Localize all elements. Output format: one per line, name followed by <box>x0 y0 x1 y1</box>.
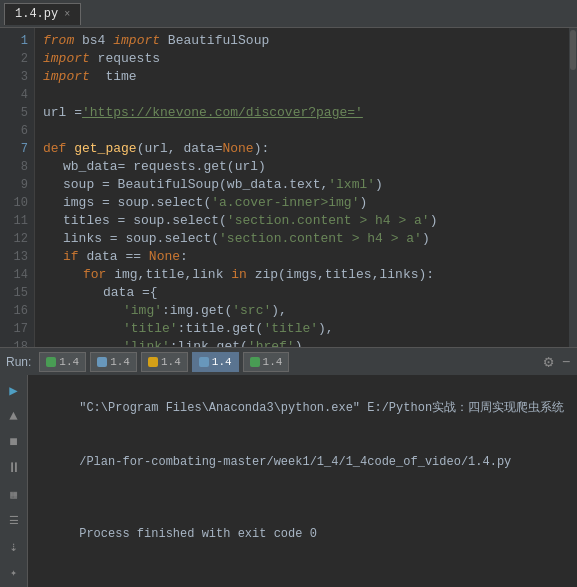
run-tab-label-4: 1.4 <box>212 356 232 368</box>
run-tab-label-3: 1.4 <box>161 356 181 368</box>
terminal-line-4: Process finished with exit code 0 <box>36 507 569 561</box>
code-line-6 <box>43 122 561 140</box>
gutter-line-13: 13 <box>0 248 28 266</box>
code-line-7: def get_page(url, data=None): <box>43 140 561 158</box>
terminal-line-2: /Plan-for-combating-master/week1/1_4/1_4… <box>36 435 569 489</box>
run-tab-icon-2 <box>97 357 107 367</box>
pause-button[interactable]: ⏸ <box>3 457 25 479</box>
gutter-line-7: 7 <box>0 140 28 158</box>
gutter-line-1: 1 <box>0 32 28 50</box>
run-tab-label-1: 1.4 <box>59 356 79 368</box>
scrollbar-thumb <box>570 30 576 70</box>
download-button[interactable]: ⇣ <box>3 535 25 557</box>
code-line-3: import time <box>43 68 561 86</box>
star-button[interactable]: ✦ <box>3 561 25 583</box>
minimize-icon[interactable]: – <box>561 353 571 371</box>
terminal-text-4: Process finished with exit code 0 <box>79 527 317 541</box>
code-line-13: if data == None: <box>43 248 561 266</box>
terminal-line-3 <box>36 489 569 507</box>
tab-label: 1.4.py <box>15 7 58 21</box>
gutter-line-9: 9 <box>0 176 28 194</box>
code-line-17: 'title':title.get('title'), <box>43 320 561 338</box>
gutter-line-4: 4 <box>0 86 28 104</box>
code-line-14: for img,title,link in zip(imgs,titles,li… <box>43 266 561 284</box>
up-button[interactable]: ▲ <box>3 405 25 427</box>
run-label: Run: <box>6 355 31 369</box>
code-line-12: links = soup.select('section.content > h… <box>43 230 561 248</box>
file-tab[interactable]: 1.4.py × <box>4 3 81 25</box>
run-tab-label-2: 1.4 <box>110 356 130 368</box>
gutter-line-5: 5 <box>0 104 28 122</box>
left-toolbar: ▶ ▲ ■ ⏸ ▦ ☰ ⇣ ✦ <box>0 375 28 587</box>
gutter-line-14: 14 <box>0 266 28 284</box>
terminal-area: ▶ ▲ ■ ⏸ ▦ ☰ ⇣ ✦ "C:\Program Files\Anacon… <box>0 375 577 587</box>
gutter-line-6: 6 <box>0 122 28 140</box>
run-button[interactable]: ▶ <box>3 379 25 401</box>
gutter-line-16: 16 <box>0 302 28 320</box>
line-numbers: 1 2 3 4 5 6 7 8 9 10 11 12 13 14 15 16 1… <box>0 28 35 347</box>
tab-bar: 1.4.py × <box>0 0 577 28</box>
editor-area: 1 2 3 4 5 6 7 8 9 10 11 12 13 14 15 16 1… <box>0 28 569 347</box>
run-tab-5[interactable]: 1.4 <box>243 352 290 372</box>
run-tab-1[interactable]: 1.4 <box>39 352 86 372</box>
coverage-button[interactable]: ▦ <box>3 483 25 505</box>
gutter-line-3: 3 <box>0 68 28 86</box>
gutter-line-15: 15 <box>0 284 28 302</box>
run-tab-icon-3 <box>148 357 158 367</box>
gutter-line-11: 11 <box>0 212 28 230</box>
gutter-line-8: 8 <box>0 158 28 176</box>
code-line-1: from bs4 import BeautifulSoup <box>43 32 561 50</box>
stop-button[interactable]: ■ <box>3 431 25 453</box>
run-tab-label-5: 1.4 <box>263 356 283 368</box>
terminal-line-1: "C:\Program Files\Anaconda3\python.exe" … <box>36 381 569 435</box>
code-line-8: wb_data= requests.get(url) <box>43 158 561 176</box>
code-line-2: import requests <box>43 50 561 68</box>
terminal-text-2: /Plan-for-combating-master/week1/1_4/1_4… <box>79 455 511 469</box>
code-line-15: data ={ <box>43 284 561 302</box>
run-tab-icon-5 <box>250 357 260 367</box>
code-line-11: titles = soup.select('section.content > … <box>43 212 561 230</box>
settings-icon[interactable]: ⚙ <box>544 352 554 372</box>
terminal-output: "C:\Program Files\Anaconda3\python.exe" … <box>28 375 577 587</box>
code-editor[interactable]: from bs4 import BeautifulSoup import req… <box>35 28 569 347</box>
run-tab-3[interactable]: 1.4 <box>141 352 188 372</box>
editor-wrapper: 1 2 3 4 5 6 7 8 9 10 11 12 13 14 15 16 1… <box>0 28 577 347</box>
code-line-9: soup = BeautifulSoup(wb_data.text,'lxml'… <box>43 176 561 194</box>
code-line-16: 'img':img.get('src'), <box>43 302 561 320</box>
run-tab-4[interactable]: 1.4 <box>192 352 239 372</box>
run-tab-icon-4 <box>199 357 209 367</box>
gutter-line-2: 2 <box>0 50 28 68</box>
gutter-line-12: 12 <box>0 230 28 248</box>
terminal-text-1: "C:\Program Files\Anaconda3\python.exe" … <box>79 401 564 415</box>
code-line-10: imgs = soup.select('a.cover-inner>img') <box>43 194 561 212</box>
tab-close-button[interactable]: × <box>64 9 70 20</box>
run-tab-icon-1 <box>46 357 56 367</box>
gutter-line-18: 18 <box>0 338 28 347</box>
code-line-4 <box>43 86 561 104</box>
gutter-line-17: 17 <box>0 320 28 338</box>
code-line-18: 'link':link.get('href') <box>43 338 561 347</box>
run-tab-2[interactable]: 1.4 <box>90 352 137 372</box>
run-bar: Run: 1.4 1.4 1.4 1.4 1.4 ⚙ – <box>0 347 577 375</box>
gutter-line-10: 10 <box>0 194 28 212</box>
editor-scrollbar[interactable] <box>569 28 577 347</box>
list-button[interactable]: ☰ <box>3 509 25 531</box>
code-line-5: url ='https://knevone.com/discover?page=… <box>43 104 561 122</box>
